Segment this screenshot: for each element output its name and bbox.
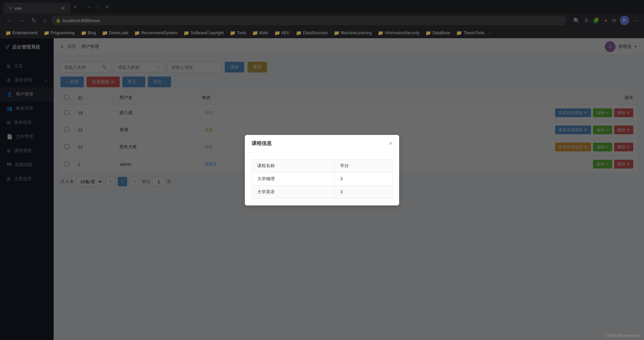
modal-cell-credits: 3 [335, 185, 392, 198]
modal-course-table: 课程名称 学分 大学物理 3 大学英语 3 [252, 159, 392, 199]
modal-table-row: 大学英语 3 [252, 185, 392, 198]
modal-title: 课程信息 [252, 140, 272, 147]
modal-cell-course-name: 大学物理 [252, 172, 335, 185]
modal-col-credits: 学分 [335, 159, 392, 172]
modal-close-button[interactable]: × [389, 140, 392, 146]
modal-col-course-name: 课程名称 [252, 159, 335, 172]
modal-table-row: 大学物理 3 [252, 172, 392, 185]
modal-cell-credits: 3 [335, 172, 392, 185]
course-info-modal: 课程信息 × 课程名称 学分 大学物理 3 大学英语 [245, 135, 399, 205]
modal-body: 课程名称 学分 大学物理 3 大学英语 3 [245, 152, 399, 205]
modal-cell-course-name: 大学英语 [252, 185, 335, 198]
modal-table-header: 课程名称 学分 [252, 159, 392, 172]
modal-overlay: 课程信息 × 课程名称 学分 大学物理 3 大学英语 [0, 0, 644, 340]
watermark: CSDN @IronmanJay [605, 333, 640, 337]
modal-table-body: 大学物理 3 大学英语 3 [252, 172, 392, 198]
modal-header: 课程信息 × [245, 135, 399, 152]
